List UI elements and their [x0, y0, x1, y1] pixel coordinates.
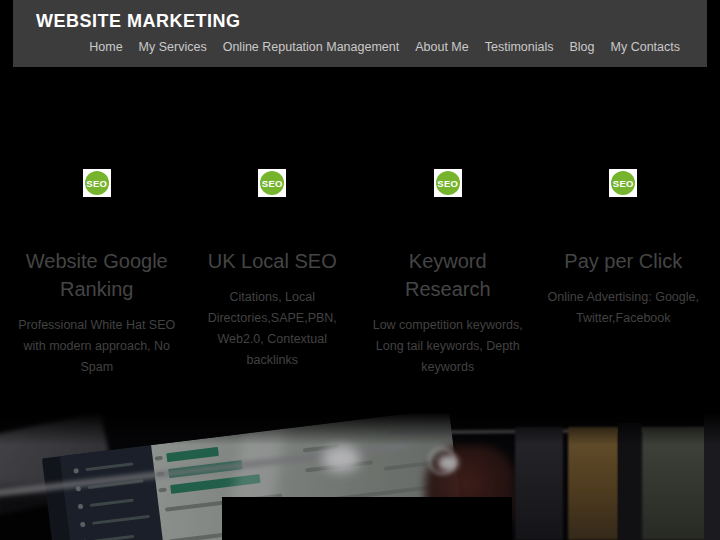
service-card-keyword-research: SEO Keyword Research Low competition key…	[364, 169, 532, 378]
page: WEBSITE MARKETING Home My Services Onlin…	[0, 0, 720, 540]
seo-badge-circle: SEO	[611, 171, 635, 195]
nav-item-my-services[interactable]: My Services	[139, 40, 207, 54]
seo-badge-label: SEO	[262, 178, 283, 189]
seo-badge-icon: SEO	[609, 169, 637, 197]
seo-badge-icon: SEO	[258, 169, 286, 197]
seo-badge-label: SEO	[613, 178, 634, 189]
service-description: Professional White Hat SEO with modern a…	[15, 315, 179, 378]
service-title: Website Google Ranking	[15, 247, 179, 303]
service-card-pay-per-click: SEO Pay per Click Online Advertising: Go…	[540, 169, 708, 378]
main-nav: Home My Services Online Reputation Manag…	[89, 40, 680, 54]
service-title: UK Local SEO	[191, 247, 355, 275]
header-bar: WEBSITE MARKETING Home My Services Onlin…	[13, 0, 707, 67]
nav-item-testimonials[interactable]: Testimonials	[485, 40, 554, 54]
service-description: Low competition keywords, Long tail keyw…	[366, 315, 530, 378]
service-description: Online Advertising: Google, Twitter,Face…	[542, 287, 706, 329]
site-title[interactable]: WEBSITE MARKETING	[36, 11, 680, 32]
nav-item-blog[interactable]: Blog	[570, 40, 595, 54]
service-title: Keyword Research	[366, 247, 530, 303]
seo-badge-circle: SEO	[260, 171, 284, 195]
seo-badge-circle: SEO	[436, 171, 460, 195]
nav-item-about-me[interactable]: About Me	[415, 40, 469, 54]
services-section: SEO Website Google Ranking Professional …	[13, 169, 707, 378]
seo-badge-icon: SEO	[434, 169, 462, 197]
nav-item-home[interactable]: Home	[89, 40, 122, 54]
seo-badge-label: SEO	[86, 178, 107, 189]
seo-badge-icon: SEO	[83, 169, 111, 197]
nav-item-my-contacts[interactable]: My Contacts	[611, 40, 680, 54]
service-title: Pay per Click	[542, 247, 706, 275]
service-card-uk-local-seo: SEO UK Local SEO Citations, Local Direct…	[189, 169, 357, 378]
seo-badge-circle: SEO	[85, 171, 109, 195]
service-card-website-google-ranking: SEO Website Google Ranking Professional …	[13, 169, 181, 378]
service-description: Citations, Local Directories,SAPE,PBN, W…	[191, 287, 355, 371]
seo-badge-label: SEO	[437, 178, 458, 189]
nav-item-online-reputation-management[interactable]: Online Reputation Management	[223, 40, 400, 54]
photo-top-shadow	[0, 405, 720, 445]
video-placeholder	[222, 497, 512, 540]
